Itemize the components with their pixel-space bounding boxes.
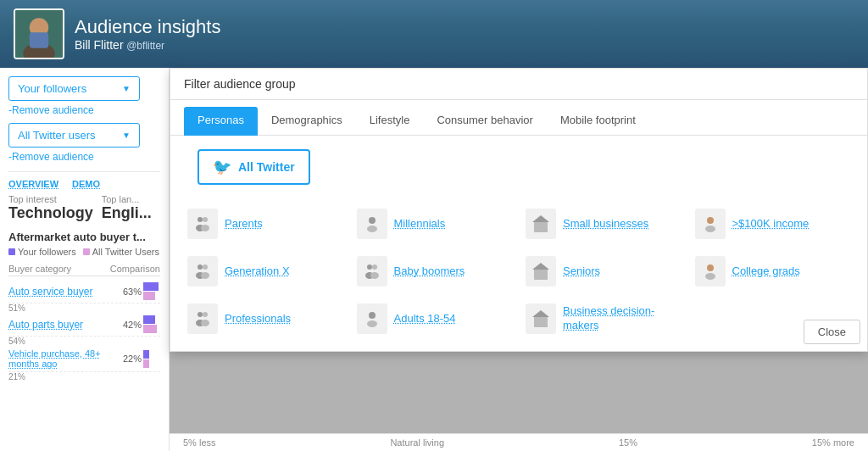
svg-point-6 xyxy=(203,217,208,222)
persona-label-generation-x: Generation X xyxy=(225,264,290,279)
svg-point-28 xyxy=(203,312,208,317)
svg-point-30 xyxy=(201,320,209,326)
millennials-icon xyxy=(357,209,387,239)
biz-decision-makers-icon xyxy=(526,303,556,334)
chevron-down-icon-2: ▼ xyxy=(122,131,131,140)
persona-seniors[interactable]: Seniors xyxy=(522,253,685,290)
popup-tabs: Personas Demographics Lifestyle Consumer… xyxy=(170,100,867,136)
top-lang-value: Engli... xyxy=(102,204,152,222)
chart-legend: Your followers All Twitter Users xyxy=(8,247,160,257)
svg-marker-12 xyxy=(532,215,549,222)
parents-icon xyxy=(187,209,218,239)
row-pct-3a: 22% xyxy=(116,354,142,364)
chart-section-title: Aftermarket auto buyer t... xyxy=(8,231,160,243)
svg-point-22 xyxy=(370,272,379,279)
svg-point-16 xyxy=(203,264,208,270)
bottom-stat-right1: 15% xyxy=(619,437,637,448)
generation-x-icon xyxy=(187,256,218,287)
user-handle: @bflitter xyxy=(126,40,164,52)
high-income-icon xyxy=(695,209,726,239)
table-row: Vehicle purchase, 48+ months ago 22% xyxy=(8,346,160,372)
persona-label-adults-18-54: Adults 18-54 xyxy=(394,312,456,326)
persona-label-small-businesses: Small businesses xyxy=(563,217,648,231)
tab-lifestyle[interactable]: Lifestyle xyxy=(356,107,424,136)
svg-rect-23 xyxy=(534,270,548,280)
left-panel: Your followers ▼ -Remove audience All Tw… xyxy=(0,68,170,451)
persona-generation-x[interactable]: Generation X xyxy=(184,253,347,290)
remove-audience-1[interactable]: -Remove audience xyxy=(8,104,160,116)
header: Audience insights Bill Flitter @bflitter xyxy=(0,0,868,68)
persona-label-college-grads: College grads xyxy=(732,264,800,279)
all-twitter-container: 🐦 All Twitter xyxy=(170,136,867,192)
svg-point-9 xyxy=(369,217,376,224)
legend-followers: Your followers xyxy=(8,247,76,257)
persona-label-professionals: Professionals xyxy=(225,312,291,326)
overview-section: OVERVIEW DEMO Top interest Technology To… xyxy=(8,171,160,222)
bottom-stat-right2: 15% more xyxy=(812,437,854,448)
adults-18-54-icon xyxy=(357,303,387,334)
persona-label-high-income: >$100K income xyxy=(732,217,810,231)
persona-small-businesses[interactable]: Small businesses xyxy=(522,205,685,242)
college-grads-icon xyxy=(695,256,726,287)
twitter-bird-icon: 🐦 xyxy=(213,158,231,176)
svg-point-31 xyxy=(369,312,376,319)
tab-demo[interactable]: DEMO xyxy=(72,179,100,189)
svg-point-32 xyxy=(367,320,377,327)
svg-point-26 xyxy=(705,273,715,280)
bottom-stat-left: 5% less xyxy=(183,437,216,448)
persona-parents[interactable]: Parents xyxy=(184,205,347,242)
page-title: Audience insights xyxy=(75,16,220,38)
tab-overview[interactable]: OVERVIEW xyxy=(8,179,58,189)
svg-rect-11 xyxy=(534,222,548,232)
persona-high-income[interactable]: >$100K income xyxy=(692,205,854,242)
filter-popup: Filter audience group Personas Demograph… xyxy=(170,68,868,352)
right-panel: Country: United States Persona: All Twit… xyxy=(170,68,868,451)
bar-3 xyxy=(143,350,160,368)
svg-rect-33 xyxy=(534,317,548,327)
table-row: Auto parts buyer 42% xyxy=(8,313,160,337)
persona-biz-decision-makers[interactable]: Business decision-makers xyxy=(522,300,685,337)
svg-point-19 xyxy=(367,264,372,270)
audience-dropdown-2[interactable]: All Twitter users ▼ xyxy=(8,123,140,148)
close-button[interactable]: Close xyxy=(804,320,860,344)
row-label-3[interactable]: Vehicle purchase, 48+ months ago xyxy=(8,348,116,369)
row-label-1[interactable]: Auto service buyer xyxy=(8,286,116,298)
avatar xyxy=(14,8,64,59)
persona-label-parents: Parents xyxy=(225,217,263,231)
chevron-down-icon: ▼ xyxy=(122,84,131,93)
row-label-2[interactable]: Auto parts buyer xyxy=(8,319,116,331)
tab-consumer-behavior[interactable]: Consumer behavior xyxy=(423,107,546,136)
row-pct-1a: 63% xyxy=(116,287,142,297)
top-lang-label: Top lan... xyxy=(102,194,152,204)
persona-label-millennials: Millennials xyxy=(394,217,446,231)
small-businesses-icon xyxy=(526,209,556,239)
tab-personas[interactable]: Personas xyxy=(184,107,258,136)
bar-2 xyxy=(143,315,160,333)
popup-header: Filter audience group xyxy=(170,69,867,100)
legend-dot-followers xyxy=(8,248,15,255)
persona-label-biz-decision-makers: Business decision-makers xyxy=(563,304,682,333)
persona-baby-boomers[interactable]: Baby boomers xyxy=(353,253,516,290)
persona-millennials[interactable]: Millennials xyxy=(353,205,516,242)
svg-point-18 xyxy=(201,272,209,279)
bottom-stat-mid: Natural living xyxy=(390,437,444,448)
svg-point-5 xyxy=(198,217,203,222)
personas-grid: Parents Millennials Small businesses xyxy=(170,192,867,351)
persona-college-grads[interactable]: College grads xyxy=(692,253,854,290)
svg-point-14 xyxy=(705,226,715,232)
persona-label-seniors: Seniors xyxy=(563,264,600,279)
svg-point-15 xyxy=(198,264,203,270)
bottom-stats-bar: 5% less Natural living 15% 15% more xyxy=(170,433,868,451)
audience-dropdown-1[interactable]: Your followers ▼ xyxy=(8,76,140,101)
overview-tabs: OVERVIEW DEMO xyxy=(8,179,160,189)
svg-marker-24 xyxy=(532,263,549,270)
tab-demographics[interactable]: Demographics xyxy=(258,107,356,136)
persona-adults-18-54[interactable]: Adults 18-54 xyxy=(353,300,516,337)
svg-rect-4 xyxy=(30,32,48,48)
top-interest-value: Technology xyxy=(8,204,93,222)
remove-audience-2[interactable]: -Remove audience xyxy=(8,151,160,163)
svg-point-13 xyxy=(707,217,714,224)
persona-professionals[interactable]: Professionals xyxy=(184,300,347,337)
all-twitter-button[interactable]: 🐦 All Twitter xyxy=(198,149,310,185)
tab-mobile-footprint[interactable]: Mobile footprint xyxy=(547,107,649,136)
